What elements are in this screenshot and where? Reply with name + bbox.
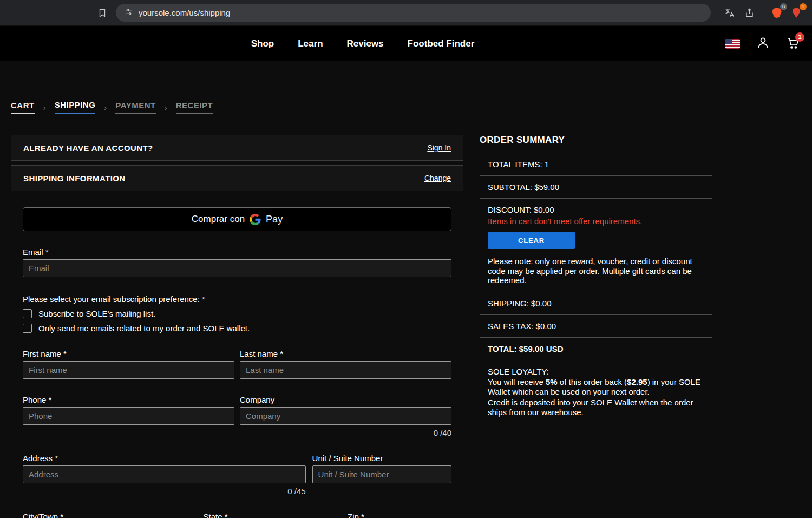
mailing-list-checkbox[interactable]	[23, 309, 32, 318]
gpay-button-label: Comprar con	[192, 214, 245, 225]
checkout-page: CART › SHIPPING › PAYMENT › RECEIPT ALRE…	[0, 61, 812, 518]
nav-item-reviews[interactable]: Reviews	[347, 38, 384, 49]
clear-discount-button[interactable]: CLEAR	[488, 232, 575, 249]
loyalty-deposit-note: Credit is deposited into your SOLE Walle…	[488, 398, 704, 417]
bookmark-icon[interactable]	[94, 5, 110, 21]
unit-field[interactable]	[312, 465, 451, 483]
discount-warning: Items in cart don't meet offer requireme…	[488, 217, 704, 226]
subscription-preference-label: Please select your email subscription pr…	[23, 294, 451, 304]
extension-icon[interactable]: 1	[788, 5, 804, 21]
header-icons: 1	[725, 36, 800, 51]
breadcrumb-cart[interactable]: CART	[11, 101, 35, 114]
last-name-label: Last name *	[240, 349, 451, 358]
nav-item-shop[interactable]: Shop	[251, 38, 274, 49]
country-flag-selector[interactable]	[725, 39, 740, 49]
subtotal-row: SUBTOTAL: $59.00	[480, 176, 712, 199]
order-emails-checkbox[interactable]	[23, 324, 32, 333]
cart-count-badge: 1	[795, 32, 804, 42]
browser-actions: 6 1	[722, 5, 804, 21]
google-pay-button[interactable]: Comprar con Pay	[23, 207, 451, 231]
order-summary-panel: TOTAL ITEMS: 1 SUBTOTAL: $59.00 DISCOUNT…	[480, 153, 712, 424]
toolbar-divider	[763, 8, 763, 18]
shipping-info-title: SHIPPING INFORMATION	[23, 174, 126, 183]
google-g-icon	[250, 214, 261, 225]
loyalty-title: SOLE LOYALTY:	[488, 367, 704, 376]
breadcrumb-payment[interactable]: PAYMENT	[115, 101, 155, 114]
translate-icon[interactable]	[722, 5, 738, 21]
loyalty-text-prefix: You will receive	[488, 377, 546, 386]
address-label: Address *	[23, 454, 306, 463]
loyalty-percent: 5%	[546, 377, 558, 386]
order-emails-option[interactable]: Only send me emails related to my order …	[23, 324, 451, 333]
nav-item-footbed-finder[interactable]: Footbed Finder	[408, 38, 475, 49]
account-section-title: ALREADY HAVE AN ACCOUNT?	[23, 143, 153, 153]
gpay-pay-label: Pay	[266, 214, 283, 225]
brave-shield-shape	[772, 8, 782, 18]
url-text: yoursole.com/us/shipping	[139, 8, 230, 17]
brave-shield-icon[interactable]: 6	[769, 5, 785, 21]
address-char-counter: 0 /45	[23, 487, 306, 496]
discount-amount: DISCOUNT: $0.00	[488, 205, 704, 214]
breadcrumb-receipt[interactable]: RECEIPT	[176, 101, 213, 114]
first-name-field[interactable]	[23, 361, 234, 379]
last-name-field[interactable]	[240, 361, 451, 379]
account-section: ALREADY HAVE AN ACCOUNT? Sign In	[11, 135, 463, 161]
account-icon[interactable]	[756, 36, 770, 51]
main-nav: Shop Learn Reviews Footbed Finder	[251, 38, 475, 49]
mailing-list-option[interactable]: Subscribe to SOLE's mailing list.	[23, 309, 451, 318]
email-label: Email *	[23, 247, 451, 257]
loyalty-text-mid: of this order back (	[558, 377, 627, 386]
order-emails-label: Only send me emails related to my order …	[38, 324, 250, 333]
phone-label: Phone *	[23, 395, 234, 404]
shipping-form: Comprar con Pay Email * Please select yo…	[11, 207, 463, 518]
loyalty-amount: $2.95	[627, 377, 647, 386]
sign-in-link[interactable]: Sign In	[427, 143, 451, 152]
first-name-label: First name *	[23, 349, 234, 358]
state-label: State *	[204, 512, 342, 518]
breadcrumb-shipping[interactable]: SHIPPING	[55, 100, 96, 114]
discount-note: Please note: only one reward, voucher, c…	[488, 257, 704, 285]
nav-item-learn[interactable]: Learn	[298, 38, 323, 49]
loyalty-description: You will receive 5% of this order back (…	[488, 377, 704, 397]
shipping-cost-row: SHIPPING: $0.00	[480, 292, 712, 315]
phone-field[interactable]	[23, 407, 234, 425]
company-char-counter: 0 /40	[240, 428, 451, 437]
extension-badge: 1	[800, 3, 807, 10]
breadcrumb-separator: ›	[165, 103, 167, 112]
total-items-row: TOTAL ITEMS: 1	[480, 153, 712, 176]
zip-label: Zip *	[348, 512, 451, 518]
order-total-row: TOTAL: $59.00 USD	[480, 338, 712, 360]
unit-label: Unit / Suite Number	[312, 454, 451, 463]
address-bar[interactable]: yoursole.com/us/shipping	[116, 4, 711, 22]
shipping-form-column: ALREADY HAVE AN ACCOUNT? Sign In SHIPPIN…	[11, 135, 463, 518]
loyalty-row: SOLE LOYALTY: You will receive 5% of thi…	[480, 360, 712, 424]
company-label: Company	[240, 395, 451, 404]
mailing-list-label: Subscribe to SOLE's mailing list.	[38, 309, 155, 318]
extension-shape	[792, 8, 801, 18]
company-field[interactable]	[240, 407, 451, 425]
breadcrumb-separator: ›	[43, 103, 46, 112]
breadcrumb-separator: ›	[104, 103, 107, 112]
order-summary-column: ORDER SUMMARY TOTAL ITEMS: 1 SUBTOTAL: $…	[480, 135, 712, 424]
site-settings-icon[interactable]	[125, 8, 133, 18]
discount-row: DISCOUNT: $0.00 Items in cart don't meet…	[480, 199, 712, 292]
address-field[interactable]	[23, 465, 306, 483]
browser-chrome: yoursole.com/us/shipping 6 1	[0, 0, 812, 26]
sales-tax-row: SALES TAX: $0.00	[480, 315, 712, 338]
brave-badge: 6	[780, 3, 787, 10]
email-field[interactable]	[23, 259, 451, 277]
checkout-breadcrumb: CART › SHIPPING › PAYMENT › RECEIPT	[11, 100, 801, 114]
change-link[interactable]: Change	[424, 174, 451, 182]
city-label: City/Town *	[23, 512, 198, 518]
shipping-info-section-header: SHIPPING INFORMATION Change	[11, 165, 463, 191]
site-header: Shop Learn Reviews Footbed Finder 1	[0, 26, 812, 61]
order-summary-title: ORDER SUMMARY	[480, 135, 712, 146]
cart-icon[interactable]: 1	[786, 36, 800, 51]
share-icon[interactable]	[741, 5, 757, 21]
